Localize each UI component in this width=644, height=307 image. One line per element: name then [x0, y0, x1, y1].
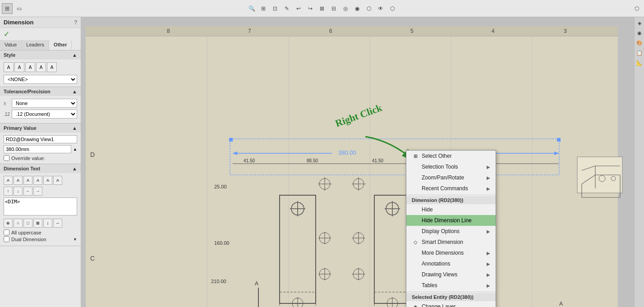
tool-circle[interactable]: ◎: [340, 3, 351, 14]
dimension-text-header[interactable]: Dimension Text ▲: [0, 164, 81, 173]
primary-value-section: Primary Value ▲ ▲ Override value:: [0, 124, 81, 164]
right-icon-2[interactable]: ◉: [635, 29, 644, 37]
all-uppercase-checkbox[interactable]: [4, 229, 9, 235]
tool-eye[interactable]: 👁: [375, 3, 386, 14]
drawing-area[interactable]: 8 7 6 5 4 3 D C 380.00: [81, 17, 644, 307]
menu-item-recent-content: Recent Commands: [412, 185, 468, 192]
dim-icon-a6[interactable]: A: [53, 176, 62, 185]
menu-item-drawing-views[interactable]: Drawing Views ▶: [406, 269, 496, 280]
dual-dimension-checkbox[interactable]: [4, 236, 9, 242]
dim-icon-arrow3[interactable]: ←: [23, 187, 32, 196]
annotations-label: Annotations: [422, 261, 450, 267]
dim-icon-op2[interactable]: ○: [14, 219, 23, 228]
dim-icon-arrow1[interactable]: ↑: [4, 187, 13, 196]
tab-leaders[interactable]: Leaders: [22, 40, 49, 50]
menu-item-annotations[interactable]: Annotations ▶: [406, 258, 496, 269]
dim-icon-op6[interactable]: ↔: [53, 219, 62, 228]
tool-pen[interactable]: ✎: [281, 3, 292, 14]
toolbar-icon-1[interactable]: ⊞: [2, 3, 13, 14]
primary-value-input1[interactable]: [4, 135, 77, 143]
dim-icon-op3[interactable]: □: [23, 219, 32, 228]
style-dropdown[interactable]: <NONE>: [4, 75, 77, 84]
change-layer-label: Change Layer: [422, 303, 455, 307]
top-toolbar: ⊞ ▭ 🔍 ⊞ ⊡ ✎ ↩ ↪ ⊠ ⊟ ◎ ◉ ⬡ 👁 ⬡ ⬡: [0, 0, 644, 17]
menu-item-tables[interactable]: Tables ▶: [406, 280, 496, 291]
dim-icon-arrow2[interactable]: ↓: [14, 187, 23, 196]
primary-value-row2: ▲: [4, 145, 77, 153]
tool-globe[interactable]: ⬡: [387, 3, 398, 14]
tab-value[interactable]: Value: [0, 40, 22, 50]
tolerance-section-content: ± None .12 .12 (Document): [0, 96, 81, 123]
tool-right-hex[interactable]: ⬡: [631, 3, 642, 14]
primary-value-label: Primary Value: [4, 125, 37, 131]
tool-redo[interactable]: ↪: [305, 3, 316, 14]
primary-value-header[interactable]: Primary Value ▲: [0, 124, 81, 133]
panel-checkmark[interactable]: ✓: [0, 28, 81, 40]
dim-icon-a1[interactable]: A: [4, 176, 13, 185]
tolerance-dropdown1[interactable]: None: [12, 99, 77, 108]
menu-item-selection-tools-content: Selection Tools: [412, 164, 458, 170]
right-icon-5[interactable]: 📐: [635, 59, 644, 67]
panel-title: Dimension: [4, 19, 33, 26]
style-icon-5[interactable]: A: [47, 62, 57, 72]
tool-undo[interactable]: ↩: [293, 3, 304, 14]
right-icon-4[interactable]: 📋: [635, 49, 644, 57]
menu-item-change-layer[interactable]: ◈ Change Layer: [406, 301, 496, 307]
tolerance-section-header[interactable]: Tolerance/Precision ▲: [0, 87, 81, 96]
spinner-up[interactable]: ▲: [73, 147, 77, 151]
dim-endpoint-left: [229, 138, 233, 142]
dim-icon-arrow4[interactable]: →: [33, 187, 42, 196]
style-icon-2[interactable]: A: [14, 62, 24, 72]
dim-icon-op4[interactable]: ⊠: [33, 219, 42, 228]
menu-item-smart-dim[interactable]: ◇ Smart Dimension: [406, 237, 496, 247]
right-icon-3[interactable]: 🎨: [635, 39, 644, 47]
toolbar-right-group: ⬡: [631, 3, 642, 14]
vert-dim-25: 25.00: [214, 184, 227, 189]
zoom-label: Zoom/Pan/Rotate: [422, 174, 464, 181]
change-layer-icon: ◈: [412, 304, 419, 307]
ruler-mark-5: 5: [410, 28, 414, 34]
left-panel: Dimension ? ✓ Value Leaders Other Style …: [0, 17, 81, 307]
dim-icon-a5[interactable]: A: [43, 176, 52, 185]
dual-dimension-expand[interactable]: ▼: [73, 237, 77, 242]
tool-search[interactable]: 🔍: [246, 3, 257, 14]
dim-icon-op5[interactable]: ↕: [43, 219, 52, 228]
menu-item-selection-tools[interactable]: Selection Tools ▶: [406, 161, 496, 172]
menu-item-recent[interactable]: Recent Commands ▶: [406, 183, 496, 194]
menu-item-more-dims-content: More Dimensions: [412, 250, 464, 256]
style-icon-1[interactable]: A: [4, 62, 14, 72]
dim-icon-a2[interactable]: A: [14, 176, 23, 185]
tool-hex[interactable]: ⬡: [363, 3, 374, 14]
panel-help-icon[interactable]: ?: [74, 19, 77, 26]
menu-item-zoom[interactable]: Zoom/Pan/Rotate ▶: [406, 172, 496, 183]
vert-dim-160: 160.00: [214, 240, 230, 246]
tool-minus[interactable]: ⊟: [328, 3, 339, 14]
right-icon-1[interactable]: ◈: [635, 19, 644, 27]
tolerance-dropdown2[interactable]: .12 (Document): [12, 110, 77, 119]
tool-x[interactable]: ⊠: [317, 3, 327, 14]
tool-grid[interactable]: ⊡: [270, 3, 281, 14]
tolerance-icon1: ±: [4, 101, 10, 106]
menu-item-hide[interactable]: Hide: [406, 204, 496, 215]
dimension-text-textarea[interactable]: <DIM>: [4, 197, 77, 215]
dim-icon-a4[interactable]: A: [33, 176, 42, 185]
tab-other[interactable]: Other: [49, 40, 72, 50]
toolbar-icon-2[interactable]: ▭: [14, 3, 24, 14]
primary-value-input2[interactable]: [4, 145, 71, 153]
tool-box[interactable]: ⊞: [258, 3, 269, 14]
menu-item-display-options[interactable]: Display Options ▶: [406, 226, 496, 237]
override-checkbox[interactable]: [4, 155, 9, 161]
row-label-c: C: [90, 255, 95, 262]
tool-target[interactable]: ◉: [352, 3, 363, 14]
menu-item-hide-dim-line[interactable]: Hide Dimension Line: [406, 215, 496, 226]
all-uppercase-row: All uppercase: [4, 229, 77, 235]
menu-item-select-other[interactable]: ⊞ Select Other: [406, 151, 496, 161]
dim-icon-op1[interactable]: ⊕: [4, 219, 13, 228]
sub-dim-41-right: 41.50: [372, 158, 383, 163]
menu-item-more-dims[interactable]: More Dimensions ▶: [406, 247, 496, 258]
style-icon-4[interactable]: A: [36, 62, 46, 72]
style-section-header[interactable]: Style ▲: [0, 50, 81, 60]
main-area: Dimension ? ✓ Value Leaders Other Style …: [0, 17, 644, 307]
style-icon-3[interactable]: A: [25, 62, 35, 72]
dim-icon-a3[interactable]: A: [23, 176, 32, 185]
